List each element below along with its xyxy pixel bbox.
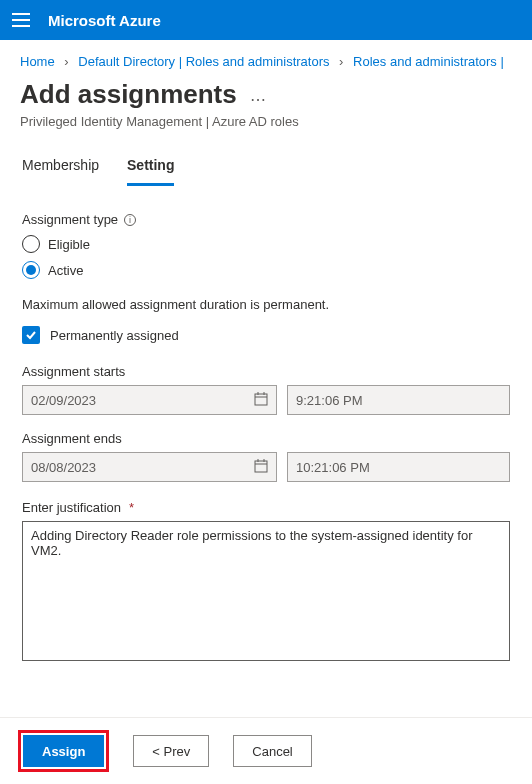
page-title: Add assignments — [20, 79, 237, 110]
breadcrumb-roles[interactable]: Roles and administrators | — [353, 54, 504, 69]
svg-rect-7 — [255, 461, 267, 472]
assignment-ends-label: Assignment ends — [22, 431, 510, 446]
calendar-icon — [254, 392, 268, 409]
radio-icon — [22, 235, 40, 253]
tabs: Membership Setting — [0, 135, 532, 186]
tab-membership[interactable]: Membership — [22, 157, 99, 186]
chevron-right-icon: › — [339, 54, 343, 69]
breadcrumb-directory[interactable]: Default Directory | Roles and administra… — [78, 54, 329, 69]
more-icon[interactable]: ⋯ — [250, 91, 268, 108]
justification-textarea[interactable]: Adding Directory Reader role permissions… — [22, 521, 510, 661]
assignment-starts-section: Assignment starts 02/09/2023 9:21:06 PM — [22, 364, 510, 415]
start-date-input[interactable]: 02/09/2023 — [22, 385, 277, 415]
svg-rect-3 — [255, 394, 267, 405]
assignment-ends-section: Assignment ends 08/08/2023 10:21:06 PM — [22, 431, 510, 482]
start-time-input[interactable]: 9:21:06 PM — [287, 385, 510, 415]
justification-label: Enter justification* — [22, 500, 510, 515]
max-duration-text: Maximum allowed assignment duration is p… — [22, 297, 510, 312]
breadcrumb-home[interactable]: Home — [20, 54, 55, 69]
footer-bar: Assign < Prev Cancel — [0, 717, 532, 784]
calendar-icon — [254, 459, 268, 476]
title-block: Add assignments ⋯ Privileged Identity Ma… — [0, 79, 532, 135]
cancel-button[interactable]: Cancel — [233, 735, 311, 767]
content-pane: Assignment type i Eligible Active Maximu… — [0, 186, 532, 674]
radio-eligible-label: Eligible — [48, 237, 90, 252]
assignment-type-label: Assignment type i — [22, 212, 510, 227]
page-subtitle: Privileged Identity Management | Azure A… — [20, 114, 512, 129]
prev-button[interactable]: < Prev — [133, 735, 209, 767]
brand-label: Microsoft Azure — [48, 12, 161, 29]
radio-eligible[interactable]: Eligible — [22, 235, 510, 253]
assignment-starts-label: Assignment starts — [22, 364, 510, 379]
chevron-right-icon: › — [64, 54, 68, 69]
breadcrumb: Home › Default Directory | Roles and adm… — [0, 40, 532, 79]
permanently-assigned-label: Permanently assigned — [50, 328, 179, 343]
end-time-input[interactable]: 10:21:06 PM — [287, 452, 510, 482]
checkmark-icon — [22, 326, 40, 344]
radio-icon — [22, 261, 40, 279]
info-icon[interactable]: i — [124, 214, 136, 226]
assign-button[interactable]: Assign — [23, 735, 104, 767]
highlight-annotation: Assign — [18, 730, 109, 772]
top-bar: Microsoft Azure — [0, 0, 532, 40]
required-asterisk: * — [129, 500, 134, 515]
checkbox-permanently-assigned[interactable]: Permanently assigned — [22, 326, 510, 344]
hamburger-icon[interactable] — [12, 13, 30, 27]
end-date-input[interactable]: 08/08/2023 — [22, 452, 277, 482]
radio-active[interactable]: Active — [22, 261, 510, 279]
radio-active-label: Active — [48, 263, 83, 278]
tab-setting[interactable]: Setting — [127, 157, 174, 186]
